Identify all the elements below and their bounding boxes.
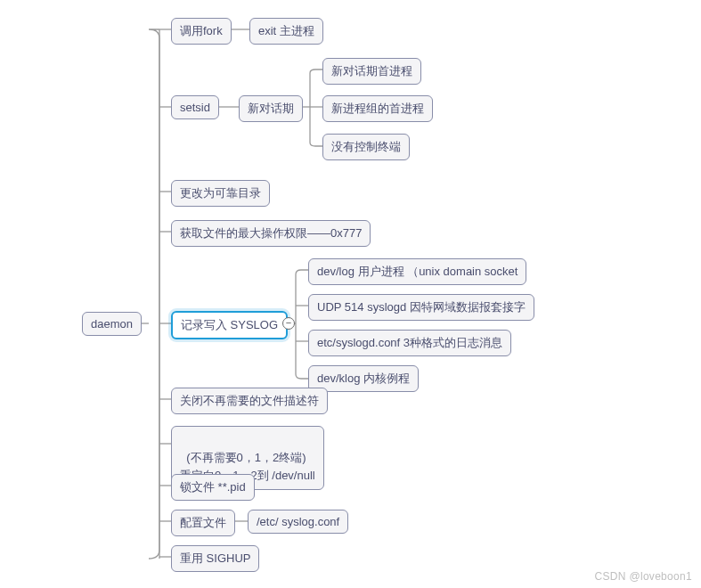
- node-config[interactable]: 配置文件: [171, 510, 235, 536]
- node-sighup[interactable]: 重用 SIGHUP: [171, 545, 259, 572]
- node-label: 新进程组的首进程: [331, 102, 424, 115]
- node-label: 重用 SIGHUP: [180, 551, 250, 565]
- node-label: etc/syslogd.conf 3种格式的日志消息: [317, 336, 502, 349]
- root-label: daemon: [91, 317, 133, 331]
- node-group-leader[interactable]: 新进程组的首进程: [322, 95, 433, 122]
- node-label: exit 主进程: [258, 24, 314, 37]
- node-label: 获取文件的最大操作权限——0x777: [180, 226, 362, 240]
- node-chdir[interactable]: 更改为可靠目录: [171, 180, 270, 207]
- node-syslogdconf[interactable]: etc/syslogd.conf 3种格式的日志消息: [308, 330, 511, 356]
- node-label: 关闭不再需要的文件描述符: [180, 394, 319, 407]
- node-label: 调用fork: [180, 24, 223, 37]
- node-newsession[interactable]: 新对话期: [239, 95, 303, 122]
- node-devlog[interactable]: dev/log 用户进程 （unix domain socket: [308, 258, 526, 285]
- node-label: 配置文件: [180, 516, 226, 529]
- node-label: 锁文件 **.pid: [180, 480, 246, 494]
- node-lockfile[interactable]: 锁文件 **.pid: [171, 474, 255, 501]
- node-label: dev/klog 内核例程: [317, 372, 410, 385]
- node-exit[interactable]: exit 主进程: [249, 18, 323, 45]
- node-no-tty[interactable]: 没有控制终端: [322, 134, 410, 160]
- node-session-leader[interactable]: 新对话期首进程: [322, 58, 421, 85]
- node-label: 新对话期首进程: [331, 64, 412, 78]
- node-label: 记录写入 SYSLOG: [181, 318, 278, 331]
- node-config-path[interactable]: /etc/ syslog.conf: [248, 510, 348, 534]
- node-fork[interactable]: 调用fork: [171, 18, 232, 45]
- node-label: /etc/ syslog.conf: [257, 515, 339, 528]
- node-udp514[interactable]: UDP 514 syslogd 因特网域数据报套接字: [308, 294, 534, 321]
- node-umask[interactable]: 获取文件的最大操作权限——0x777: [171, 220, 371, 247]
- node-label: setsid: [180, 101, 210, 114]
- root-node[interactable]: daemon: [82, 312, 142, 336]
- node-label: UDP 514 syslogd 因特网域数据报套接字: [317, 300, 526, 314]
- watermark: CSDN @loveboon1: [595, 570, 692, 583]
- node-label: dev/log 用户进程 （unix domain socket: [317, 265, 518, 278]
- node-label: 更改为可靠目录: [180, 186, 261, 200]
- collapse-toggle[interactable]: −: [282, 317, 295, 330]
- node-label: 新对话期: [248, 102, 294, 115]
- node-close-fds[interactable]: 关闭不再需要的文件描述符: [171, 388, 328, 414]
- node-setsid[interactable]: setsid: [171, 95, 219, 119]
- node-syslog[interactable]: 记录写入 SYSLOG: [171, 311, 288, 339]
- node-label: 没有控制终端: [331, 140, 401, 153]
